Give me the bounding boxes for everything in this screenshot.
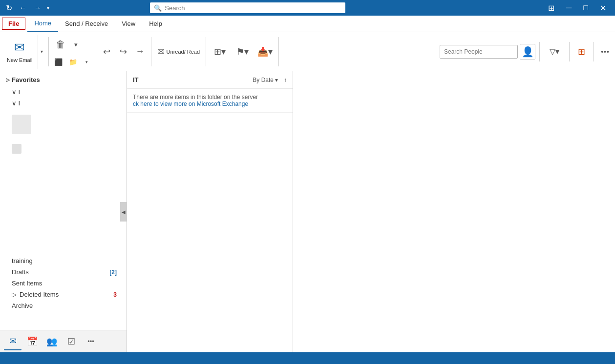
nav-calendar-button[interactable]: 📅 — [23, 333, 41, 350]
deleted-chevron: ▷ — [12, 291, 17, 298]
favorites-chevron: ▷ — [6, 77, 10, 82]
search-icon: 🔍 — [154, 4, 162, 12]
ribbon-right: 👤 ▽▾ ⊞ ••• — [440, 42, 613, 61]
main-layout: ▷ Favorites ∨ I ∨ I training — [0, 71, 615, 352]
undo-icon[interactable]: ← — [18, 3, 28, 13]
favorites-header[interactable]: ▷ Favorites — [0, 73, 127, 86]
nav-mail-button[interactable]: ✉ — [4, 333, 21, 350]
title-search-input[interactable] — [165, 4, 341, 12]
ribbon-sep-7 — [569, 42, 570, 61]
menu-file[interactable]: File — [2, 18, 25, 30]
sidebar-item-drafts[interactable]: Drafts [2] — [0, 266, 127, 278]
ribbon-sep-5 — [278, 37, 279, 66]
menu-send-receive[interactable]: Send / Receive — [58, 16, 115, 32]
undo-button[interactable]: ↩ — [99, 44, 115, 60]
nav-more-button[interactable]: ••• — [82, 333, 100, 350]
forward-button[interactable]: → — [132, 44, 148, 60]
delete-dropdown[interactable]: ▾ — [70, 35, 82, 55]
training-label: training — [12, 257, 33, 264]
email-server-notice: There are more items in this folder on t… — [127, 89, 293, 113]
drafts-label: Drafts — [12, 268, 29, 276]
folder-list: training Drafts [2] Sent Items ▷ Deleted… — [0, 255, 127, 311]
search-people-input[interactable] — [440, 45, 518, 59]
status-bar — [0, 352, 615, 364]
sidebar-item-1-prefix: ∨ I — [12, 88, 20, 96]
sidebar-placeholder-sm-area — [0, 140, 127, 158]
drafts-badge: [2] — [109, 269, 117, 276]
ribbon-sep-3 — [151, 37, 151, 66]
move-button[interactable]: 📁 — [66, 56, 80, 68]
new-email-group: ✉ New Email ▾ — [2, 35, 45, 69]
archive-label: Archive — [12, 302, 33, 309]
sidebar-item-archive[interactable]: Archive — [0, 300, 127, 311]
flag-button[interactable]: ⚑▾ — [232, 44, 253, 60]
envelope-icon: ✉ — [157, 46, 165, 57]
sidebar: ▷ Favorites ∨ I ∨ I training — [0, 71, 127, 352]
arrange-button[interactable]: ⊞▾ — [209, 44, 231, 60]
deleted-items-label: Deleted Items — [20, 291, 59, 298]
menu-view[interactable]: View — [115, 16, 142, 32]
ribbon-sep-8 — [593, 42, 594, 61]
new-email-label: New Email — [7, 57, 33, 63]
sort-chevron-icon: ▾ — [275, 77, 278, 83]
new-email-dropdown-button[interactable]: ▾ — [38, 35, 45, 69]
categorize-button[interactable]: ⊞ — [573, 44, 589, 60]
redo-icon[interactable]: → — [32, 3, 43, 13]
more-button[interactable]: ••• — [597, 44, 613, 60]
menu-bar: File Home Send / Receive View Help — [0, 16, 615, 32]
nav-tasks-button[interactable]: ☑ — [63, 333, 80, 350]
email-list-pane: IT By Date ▾ ↑ There are more items in t… — [127, 71, 293, 352]
ribbon-sep-2 — [96, 37, 96, 66]
nav-people-button[interactable]: 👥 — [43, 333, 61, 350]
sort-by-date-button[interactable]: By Date ▾ — [253, 77, 278, 83]
sync-icon[interactable]: ↻ — [4, 3, 14, 13]
window-controls: ⊞ ─ □ ✕ — [543, 1, 611, 15]
email-list-title: IT — [133, 76, 139, 83]
contact-card-button[interactable]: 👤 — [520, 44, 535, 60]
favorites-label: Favorites — [12, 76, 40, 83]
sent-items-label: Sent Items — [12, 280, 42, 287]
sidebar-item-training[interactable]: training — [0, 255, 127, 266]
unread-read-button[interactable]: ✉ Unread/ Read — [154, 44, 203, 59]
sort-direction-button[interactable]: ↑ — [284, 77, 287, 83]
filter-button[interactable]: ▽▾ — [544, 44, 565, 60]
new-email-icon: ✉ — [14, 40, 25, 55]
sidebar-collapse-handle[interactable]: ◀ — [120, 202, 127, 222]
menu-home[interactable]: Home — [27, 16, 58, 32]
unread-read-label: Unread/ Read — [167, 49, 200, 55]
sidebar-item-sent[interactable]: Sent Items — [0, 278, 127, 289]
sidebar-bottom-nav: ✉ 📅 👥 ☑ ••• — [0, 330, 127, 352]
sidebar-item-2-prefix: ∨ I — [12, 100, 20, 107]
ribbon-sep-6 — [539, 42, 540, 61]
sidebar-item-1[interactable]: ∨ I — [0, 86, 127, 98]
deleted-items-badge: 3 — [113, 291, 117, 298]
title-search-box[interactable]: 🔍 — [150, 2, 345, 13]
reading-pane — [293, 71, 615, 352]
minimize-button[interactable]: ─ — [561, 1, 576, 14]
sort-label: By Date — [253, 77, 274, 83]
maximize-button[interactable]: □ — [578, 1, 593, 14]
sidebar-placeholder-area — [0, 109, 127, 140]
ribbon-sep-1 — [48, 37, 49, 66]
ribbon-sep-4 — [206, 37, 206, 66]
menu-help[interactable]: Help — [142, 16, 169, 32]
close-button[interactable]: ✕ — [595, 1, 611, 15]
quick-access-dropdown[interactable]: ▾ — [47, 5, 49, 11]
sidebar-content: ▷ Favorites ∨ I ∨ I training — [0, 71, 127, 330]
notice-text: There are more items in this folder on t… — [133, 94, 258, 101]
new-email-button[interactable]: ✉ New Email — [2, 35, 38, 69]
archive-button[interactable]: ⬛ — [52, 56, 65, 68]
title-bar: ↻ ← → ▾ 🔍 ⊞ ─ □ ✕ — [0, 0, 615, 16]
move-dropdown[interactable]: ▾ — [81, 56, 93, 68]
sidebar-item-2[interactable]: ∨ I — [0, 98, 127, 109]
sidebar-placeholder-1 — [12, 115, 31, 134]
email-list-header: IT By Date ▾ ↑ — [127, 71, 293, 89]
redo-button[interactable]: ↪ — [116, 44, 131, 60]
move-to-button[interactable]: 📥▾ — [254, 44, 276, 60]
delete-button[interactable]: 🗑 — [52, 35, 69, 55]
ribbon: ✉ New Email ▾ 🗑 ▾ ⬛ 📁 ▾ ↩ ↪ → ✉ Unread/ … — [0, 32, 615, 71]
sidebar-item-deleted[interactable]: ▷ Deleted Items 3 — [0, 289, 127, 300]
view-more-link[interactable]: ck here to view more on Microsoft Exchan… — [133, 101, 248, 107]
sidebar-placeholder-sm-1 — [12, 144, 21, 154]
customview-button[interactable]: ⊞ — [543, 1, 559, 15]
